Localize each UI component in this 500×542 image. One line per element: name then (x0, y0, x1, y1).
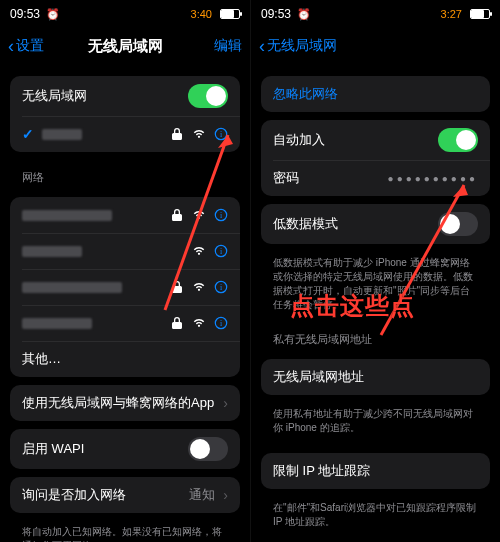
svg-text:i: i (220, 247, 223, 256)
wifi-toggle-row[interactable]: 无线局域网 (10, 76, 240, 116)
info-icon[interactable]: i (214, 280, 228, 294)
password-row[interactable]: 密码 ●●●●●●●●●● (261, 160, 490, 196)
limit-row[interactable]: 限制 IP 地址跟踪 (261, 453, 490, 489)
page-title: 无线局域网 (88, 37, 163, 56)
password-value: ●●●●●●●●●● (388, 173, 478, 184)
auto-join-toggle[interactable] (438, 128, 478, 152)
apps-row[interactable]: 使用无线局域网与蜂窝网络的App › (10, 385, 240, 421)
connected-network-row[interactable]: ✓ i (10, 116, 240, 152)
ask-label: 询问是否加入网络 (22, 486, 189, 504)
forget-row[interactable]: 忽略此网络 (261, 76, 490, 112)
nav-bar: ‹ 设置 无线局域网 编辑 (0, 28, 250, 64)
lock-icon (170, 280, 184, 294)
wapi-label: 启用 WAPI (22, 440, 188, 458)
nav-bar: ‹ 无线局域网 (251, 28, 500, 64)
chevron-right-icon: › (223, 395, 228, 411)
ask-note: 将自动加入已知网络。如果没有已知网络，将通知您可用网络。 (0, 521, 250, 542)
info-icon[interactable]: i (214, 316, 228, 330)
private-note: 使用私有地址有助于减少跨不同无线局域网对你 iPhone 的追踪。 (251, 403, 500, 445)
private-label: 无线局域网地址 (273, 368, 478, 386)
private-addr-header: 私有无线局域网地址 (251, 322, 500, 351)
wapi-row[interactable]: 启用 WAPI (10, 429, 240, 469)
apps-label: 使用无线局域网与蜂窝网络的App (22, 394, 223, 412)
chevron-left-icon: ‹ (259, 37, 265, 55)
network-name-blur (22, 318, 92, 329)
network-name-blur (22, 210, 112, 221)
private-card: 无线局域网地址 (261, 359, 490, 395)
battery-icon (470, 9, 490, 19)
back-label: 设置 (16, 37, 44, 55)
alarm-icon: ⏰ (297, 8, 311, 21)
checkmark-icon: ✓ (22, 126, 34, 142)
back-label: 无线局域网 (267, 37, 337, 55)
countdown: 3:27 (441, 8, 462, 20)
network-row[interactable]: i (10, 269, 240, 305)
back-button[interactable]: ‹ 无线局域网 (259, 37, 337, 55)
lock-icon (170, 127, 184, 141)
auto-join-row[interactable]: 自动加入 (261, 120, 490, 160)
ask-value: 通知 (189, 486, 215, 504)
network-name-blur (22, 246, 82, 257)
phone-left: 09:53 ⏰ 3:40 ‹ 设置 无线局域网 编辑 无线局域网 ✓ (0, 0, 250, 542)
svg-text:i: i (220, 283, 223, 292)
network-name-blur (42, 129, 82, 140)
lowdata-toggle[interactable] (438, 212, 478, 236)
info-icon[interactable]: i (214, 244, 228, 258)
content: 无线局域网 ✓ i 网络 (0, 64, 250, 542)
wifi-toggle-card: 无线局域网 ✓ i (10, 76, 240, 152)
chevron-left-icon: ‹ (8, 37, 14, 55)
private-row[interactable]: 无线局域网地址 (261, 359, 490, 395)
limit-note: 在"邮件"和Safari浏览器中对已知跟踪程序限制 IP 地址跟踪。 (251, 497, 500, 539)
apps-card: 使用无线局域网与蜂窝网络的App › (10, 385, 240, 421)
svg-text:i: i (220, 319, 223, 328)
lock-icon (170, 208, 184, 222)
network-row[interactable]: i (10, 197, 240, 233)
networks-card: i i i (10, 197, 240, 377)
wifi-icon (192, 316, 206, 330)
auto-join-label: 自动加入 (273, 131, 438, 149)
battery-icon (220, 9, 240, 19)
content: 忽略此网络 自动加入 密码 ●●●●●●●●●● 低数据模式 低数据模式有助于减… (251, 64, 500, 542)
lowdata-row[interactable]: 低数据模式 (261, 204, 490, 244)
chevron-right-icon: › (223, 487, 228, 503)
forget-card: 忽略此网络 (261, 76, 490, 112)
status-time: 09:53 (261, 7, 291, 21)
network-row[interactable]: i (10, 233, 240, 269)
status-bar: 09:53 ⏰ 3:40 (0, 0, 250, 28)
info-icon[interactable]: i (214, 127, 228, 141)
svg-text:i: i (220, 211, 223, 220)
limit-card: 限制 IP 地址跟踪 (261, 453, 490, 489)
ask-row[interactable]: 询问是否加入网络 通知 › (10, 477, 240, 513)
other-label: 其他… (22, 350, 228, 368)
wapi-toggle[interactable] (188, 437, 228, 461)
info-icon[interactable]: i (214, 208, 228, 222)
network-name-blur (22, 282, 122, 293)
forget-label: 忽略此网络 (273, 85, 478, 103)
lowdata-note: 低数据模式有助于减少 iPhone 通过蜂窝网络或你选择的特定无线局域网使用的数… (251, 252, 500, 322)
edit-button[interactable]: 编辑 (214, 37, 242, 55)
countdown: 3:40 (191, 8, 212, 20)
wifi-icon (192, 244, 206, 258)
wifi-label: 无线局域网 (22, 87, 188, 105)
ask-card: 询问是否加入网络 通知 › (10, 477, 240, 513)
limit-label: 限制 IP 地址跟踪 (273, 462, 478, 480)
password-label: 密码 (273, 169, 388, 187)
wifi-toggle[interactable] (188, 84, 228, 108)
alarm-icon: ⏰ (46, 8, 60, 21)
lock-icon (170, 316, 184, 330)
lowdata-label: 低数据模式 (273, 215, 438, 233)
networks-header: 网络 (0, 160, 250, 189)
wifi-icon (192, 127, 206, 141)
status-bar: 09:53 ⏰ 3:27 (251, 0, 500, 28)
status-time: 09:53 (10, 7, 40, 21)
wapi-card: 启用 WAPI (10, 429, 240, 469)
wifi-icon (192, 280, 206, 294)
svg-text:i: i (220, 130, 223, 139)
back-button[interactable]: ‹ 设置 (8, 37, 44, 55)
other-networks-row[interactable]: 其他… (10, 341, 240, 377)
phone-right: 09:53 ⏰ 3:27 ‹ 无线局域网 忽略此网络 自动加入 (250, 0, 500, 542)
lowdata-card: 低数据模式 (261, 204, 490, 244)
wifi-icon (192, 208, 206, 222)
network-row[interactable]: i (10, 305, 240, 341)
join-card: 自动加入 密码 ●●●●●●●●●● (261, 120, 490, 196)
